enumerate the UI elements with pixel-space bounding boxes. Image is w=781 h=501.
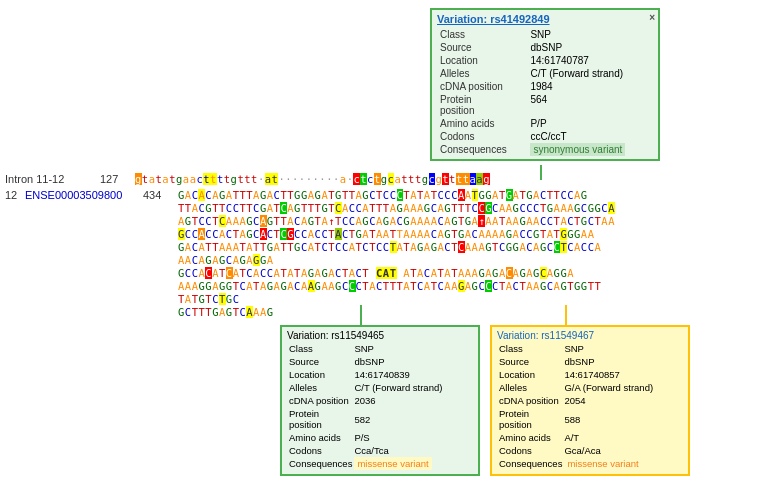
connector-line-top (540, 165, 542, 180)
variation-popup-top[interactable]: × Variation: rs41492849 ClassSNP Sourced… (430, 8, 660, 161)
popup-table-top: ClassSNP SourcedbSNP Location14:61740787… (437, 28, 653, 156)
intron-seq: gtatatgaacttttgttt·at·········a·ctctgcat… (135, 172, 490, 187)
variation-popup-bottom-right[interactable]: Variation: rs11549467 ClassSNP SourcedbS… (490, 325, 690, 476)
exon-seq-line8: AAAGGAGGTCATAGAGACAAGAAGCCCTACTTTATCATCA… (178, 279, 601, 294)
exon-length: 434 (143, 189, 178, 201)
exon-seq-line10: GCTTTGAGTCAAAG (178, 305, 274, 320)
connector-line-bottom-left (360, 305, 362, 327)
popup-title-bottom-right[interactable]: Variation: rs11549467 (497, 330, 683, 341)
popup-title-top[interactable]: Variation: rs41492849 (437, 13, 653, 25)
popup-table-bottom-left: ClassSNP SourcedbSNP Location14:61740839… (287, 341, 444, 471)
connector-line-bottom-right (565, 305, 567, 327)
popup-close-top[interactable]: × (649, 12, 655, 23)
popup-table-bottom-right: ClassSNP SourcedbSNP Location14:61740857… (497, 341, 655, 471)
main-container: × Variation: rs41492849 ClassSNP Sourced… (0, 0, 781, 501)
popup-title-bottom-left[interactable]: Variation: rs11549465 (287, 330, 473, 341)
exon-number: 12 (5, 189, 25, 201)
intron-label: Intron 11-12 (5, 173, 95, 185)
exon-id: ENSE00003509800 (25, 189, 140, 201)
variation-popup-bottom-left[interactable]: Variation: rs11549465 ClassSNP SourcedbS… (280, 325, 480, 476)
intron-row: Intron 11-12 127 gtatatgaacttttgttt·at··… (5, 172, 490, 187)
intron-num: 127 (100, 173, 130, 185)
